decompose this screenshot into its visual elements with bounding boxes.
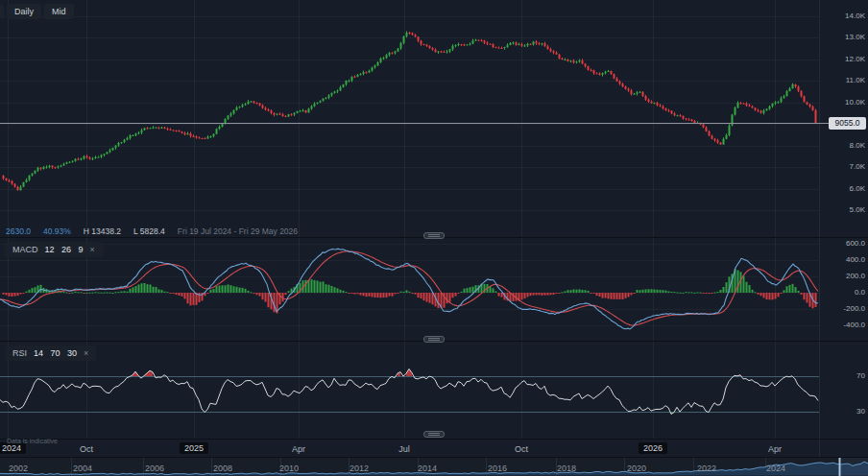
tab-daily[interactable]: Daily <box>7 4 41 19</box>
scrubber-year-label: 2014 <box>418 464 437 473</box>
status-change-pct: 40.93% <box>43 226 71 236</box>
status-high: H 13438.2 <box>84 226 121 236</box>
status-bar: 2630.0 40.93% H 13438.2 L 5828.4 Fri 19 … <box>6 226 310 236</box>
pane-resize-handle[interactable] <box>423 431 445 438</box>
scrubber-year-label: 2020 <box>627 464 646 473</box>
time-axis-label: Oct <box>515 444 528 454</box>
trading-chart-app: Daily Mid 2630.0 40.93% H 13438.2 L 5828… <box>0 0 868 476</box>
rsi-title: RSI <box>12 348 27 358</box>
price-axis-tick: 7.0K <box>850 162 865 171</box>
time-axis-label: 2026 <box>639 442 667 454</box>
scrubber-year-label: 2018 <box>557 464 576 473</box>
price-axis-tick: 13.0K <box>845 33 865 41</box>
scrubber-year-label: 2008 <box>213 464 232 473</box>
rsi-axis-tick: 70 <box>856 371 865 380</box>
scrubber-year-label: 2016 <box>488 464 507 473</box>
macd-axis-tick: 400.0 <box>846 255 865 264</box>
status-low: L 5828.4 <box>133 226 165 236</box>
scrubber-year-label: 2024 <box>766 464 785 473</box>
status-date-range: Fri 19 Jul 2024 - Fri 29 May 2026 <box>178 226 298 236</box>
price-axis-tick: 11.0K <box>846 76 865 84</box>
rsi-params: 14 70 30 <box>34 348 77 358</box>
pane-resize-handle[interactable] <box>423 336 445 343</box>
price-axis-tick: 5.0K <box>850 205 865 214</box>
footnote: Data is indicative <box>7 438 58 444</box>
macd-close-icon[interactable]: × <box>90 245 95 254</box>
macd-axis-tick: 200.0 <box>846 272 865 280</box>
time-axis-label: Oct <box>80 444 93 454</box>
price-axis-tick: 12.0K <box>845 55 865 63</box>
scrubber-year-label: 2012 <box>350 464 369 473</box>
status-change: 2630.0 <box>6 226 31 236</box>
macd-axis-tick: -200.0 <box>843 304 865 313</box>
price-axis-tick: 8.0K <box>850 141 865 150</box>
timeframe-tabs: Daily Mid <box>0 4 74 19</box>
last-price-label: 9055.0 <box>829 117 866 130</box>
price-axis-tick: 14.0K <box>845 12 865 20</box>
macd-params: 12 26 9 <box>45 245 84 254</box>
scrubber-year-label: 2002 <box>9 464 28 473</box>
pane-resize-handle[interactable] <box>423 232 445 239</box>
time-axis-label: Apr <box>292 444 305 454</box>
macd-axis-tick: 0.0 <box>855 288 865 297</box>
tab-mid[interactable]: Mid <box>44 4 74 19</box>
rsi-close-icon[interactable]: × <box>84 348 88 358</box>
scrubber-year-label: 2022 <box>697 464 716 473</box>
scrubber-year-label: 2006 <box>145 464 164 473</box>
tab-cutoff[interactable] <box>0 4 4 19</box>
rsi-legend[interactable]: RSI 14 70 30 × <box>5 345 96 361</box>
time-axis-label: Jul <box>398 444 410 454</box>
scrubber-year-label: 2010 <box>279 464 299 473</box>
price-axis-tick: 6.0K <box>850 184 865 193</box>
scrubber-year-label: 2004 <box>73 464 92 473</box>
time-axis-label: Apr <box>768 444 782 454</box>
price-axis-tick: 10.0K <box>845 98 865 107</box>
time-axis-label: 2025 <box>180 442 208 454</box>
macd-axis-tick: -400.0 <box>843 321 865 329</box>
macd-legend[interactable]: MACD 12 26 9 × <box>5 242 103 257</box>
macd-axis-tick: 600.0 <box>846 239 865 248</box>
rsi-axis-tick: 30 <box>856 407 865 416</box>
macd-title: MACD <box>12 245 38 254</box>
